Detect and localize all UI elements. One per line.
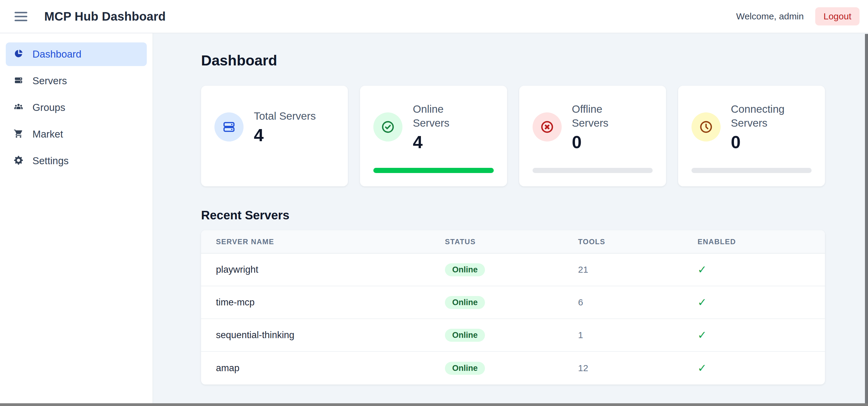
tools-count: 21 — [578, 265, 588, 274]
enabled-check-icon: ✓ — [698, 329, 707, 341]
sidebar-item-label: Settings — [32, 155, 68, 167]
connecting-progress-bar — [691, 168, 812, 173]
stat-icon-circle — [214, 112, 244, 141]
stat-text: Connecting Servers 0 — [731, 102, 795, 152]
sidebar: Dashboard Servers — [0, 33, 153, 405]
server-name: time-mcp — [216, 297, 254, 308]
top-header: MCP Hub Dashboard Welcome, admin Logout — [0, 0, 868, 33]
sidebar-item-settings[interactable]: Settings — [6, 149, 147, 173]
stat-title: Total Servers — [254, 109, 316, 123]
server-icon — [222, 120, 236, 134]
table-row: time-mcp Online 6 ✓ — [201, 286, 825, 319]
sidebar-item-label: Market — [32, 129, 63, 140]
recent-servers-title: Recent Servers — [201, 208, 825, 222]
stat-card-connecting-servers: Connecting Servers 0 — [678, 86, 825, 187]
status-badge: Online — [445, 263, 485, 276]
main-content: Dashboard Total Servers 4 — [153, 33, 868, 405]
logout-button[interactable]: Logout — [815, 7, 860, 26]
stat-value: 4 — [254, 126, 316, 145]
stat-title: Connecting Servers — [731, 102, 795, 130]
tools-count: 1 — [578, 330, 583, 340]
x-circle-icon — [540, 120, 554, 134]
welcome-text: Welcome, admin — [736, 11, 804, 22]
stat-value: 0 — [572, 132, 636, 152]
column-header-server-name: SERVER NAME — [216, 238, 445, 246]
status-badge: Online — [445, 296, 485, 309]
server-stack-icon — [14, 75, 23, 86]
server-name: amap — [216, 363, 240, 373]
stat-card-online-servers: Online Servers 4 — [360, 86, 507, 187]
stats-grid: Total Servers 4 Online Servers 4 — [201, 86, 825, 187]
sidebar-item-groups[interactable]: Groups — [6, 96, 147, 120]
shopping-cart-icon — [14, 129, 23, 140]
gear-icon — [14, 156, 23, 166]
hamburger-menu-icon[interactable] — [14, 12, 27, 21]
stat-value: 0 — [731, 132, 795, 152]
table-row: sequential-thinking Online 1 ✓ — [201, 319, 825, 352]
window-bottom-edge — [0, 403, 868, 406]
sidebar-item-label: Groups — [32, 102, 65, 113]
stat-icon-circle — [691, 112, 721, 141]
column-header-tools: TOOLS — [578, 238, 698, 246]
online-progress-bar — [373, 168, 493, 173]
sidebar-item-servers[interactable]: Servers — [6, 69, 147, 93]
recent-servers-table: SERVER NAME STATUS TOOLS ENABLED playwri… — [201, 230, 825, 384]
stat-card-offline-servers: Offline Servers 0 — [519, 86, 666, 187]
check-circle-icon — [381, 120, 395, 134]
stat-text: Total Servers 4 — [254, 109, 316, 145]
pie-chart-icon — [14, 49, 23, 60]
enabled-check-icon: ✓ — [698, 263, 707, 276]
table-header-row: SERVER NAME STATUS TOOLS ENABLED — [201, 230, 825, 253]
stat-text: Offline Servers 0 — [572, 102, 636, 152]
stat-value: 4 — [413, 132, 476, 152]
column-header-status: STATUS — [445, 238, 578, 246]
stat-icon-circle — [373, 112, 402, 141]
stat-icon-circle — [533, 112, 562, 141]
status-badge: Online — [445, 329, 485, 342]
sidebar-item-dashboard[interactable]: Dashboard — [6, 42, 147, 66]
tools-count: 6 — [578, 297, 583, 307]
vertical-scrollbar[interactable] — [865, 34, 868, 403]
header-right: Welcome, admin Logout — [736, 7, 860, 26]
stat-title: Offline Servers — [572, 102, 636, 130]
app-title: MCP Hub Dashboard — [44, 10, 165, 23]
stat-title: Online Servers — [413, 102, 476, 130]
sidebar-item-market[interactable]: Market — [6, 123, 147, 146]
server-name: playwright — [216, 264, 258, 275]
sidebar-item-label: Dashboard — [32, 48, 81, 60]
stat-text: Online Servers 4 — [413, 102, 476, 152]
enabled-check-icon: ✓ — [698, 362, 707, 374]
offline-progress-bar — [533, 168, 653, 173]
tools-count: 12 — [578, 363, 588, 373]
status-badge: Online — [445, 362, 485, 375]
stat-card-total-servers: Total Servers 4 — [201, 86, 348, 187]
table-row: playwright Online 21 ✓ — [201, 253, 825, 286]
page-title: Dashboard — [201, 52, 825, 69]
server-name: sequential-thinking — [216, 330, 294, 340]
column-header-enabled: ENABLED — [698, 238, 825, 246]
sidebar-item-label: Servers — [32, 75, 67, 87]
table-row: amap Online 12 ✓ — [201, 352, 825, 384]
enabled-check-icon: ✓ — [698, 296, 707, 308]
people-group-icon — [14, 102, 23, 113]
clock-icon — [699, 120, 713, 134]
